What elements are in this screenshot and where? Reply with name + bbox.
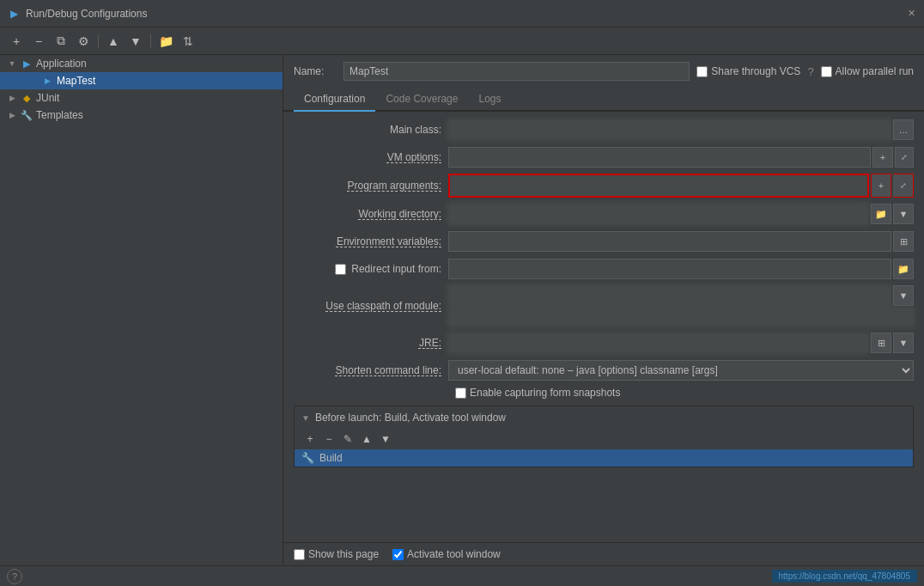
jre-row: JRE: ⊞ ▼ (294, 332, 914, 354)
main-class-input[interactable] (448, 119, 891, 140)
working-directory-row: Working directory: 📁 ▼ (294, 203, 914, 225)
before-launch-edit-button[interactable]: ✎ (339, 430, 356, 448)
env-variables-input[interactable] (448, 231, 891, 252)
shorten-cmd-select[interactable]: user-local default: none – java [options… (448, 360, 914, 381)
vm-options-expand-button[interactable]: ⤢ (895, 147, 914, 168)
tree-templates-arrow[interactable]: ▶ (7, 110, 17, 120)
close-button[interactable]: ✕ (905, 8, 917, 20)
jre-label: JRE: (294, 337, 448, 349)
classpath-module-dropdown[interactable]: ▼ (893, 285, 914, 306)
help-button[interactable]: ? (7, 569, 22, 584)
allow-parallel-label: Allow parallel run (836, 65, 914, 77)
tree-junit-group[interactable]: ▶ ◆ JUnit (0, 89, 283, 107)
before-launch-build-item[interactable]: 🔧 Build (295, 449, 913, 467)
before-launch-add-button[interactable]: + (301, 430, 319, 448)
remove-config-button[interactable]: − (29, 32, 48, 51)
titlebar: ▶ Run/Debug Configurations ✕ (0, 0, 924, 27)
build-icon: 🔧 (301, 452, 314, 464)
shorten-cmd-label: Shorten command line: (294, 364, 448, 376)
toolbar-separator (98, 34, 99, 48)
share-vcs-checkbox-label[interactable]: Share through VCS (696, 65, 800, 77)
program-arguments-expand-button[interactable]: ⤢ (893, 174, 914, 198)
main-class-label: Main class: (294, 124, 448, 136)
config-right-panel: Name: Share through VCS ? Allow parallel… (283, 55, 924, 565)
main-toolbar: + − ⧉ ⚙ ▲ ▼ 📁 ⇅ (0, 27, 924, 55)
vm-options-label: VM options: (294, 151, 448, 163)
form-snapshots-checkbox[interactable] (455, 388, 466, 399)
name-right-options: Share through VCS ? Allow parallel run (696, 65, 914, 78)
name-field-label: Name: (294, 65, 337, 77)
vm-options-input[interactable] (448, 147, 871, 168)
classpath-module-extra-input[interactable] (448, 308, 914, 327)
before-launch-toolbar: + − ✎ ▲ ▼ (295, 429, 913, 449)
main-class-browse-button[interactable]: … (893, 119, 914, 140)
before-launch-up-button[interactable]: ▲ (358, 430, 375, 448)
redirect-input-checkbox[interactable] (335, 264, 346, 275)
jre-browse-button[interactable]: ⊞ (871, 333, 891, 353)
redirect-input-row: Redirect input from: 📁 (294, 258, 914, 280)
junit-icon: ◆ (21, 92, 33, 104)
classpath-module-label: Use classpath of module: (294, 300, 448, 312)
jre-dropdown-button[interactable]: ▼ (893, 333, 914, 353)
settings-button[interactable]: ⚙ (74, 32, 93, 51)
copy-config-button[interactable]: ⧉ (52, 32, 70, 51)
jre-input[interactable] (448, 333, 869, 353)
before-launch-toggle[interactable]: ▼ (301, 413, 310, 423)
name-input[interactable] (343, 62, 690, 81)
share-vcs-label: Share through VCS (711, 65, 800, 77)
working-directory-label: Working directory: (294, 208, 448, 220)
before-launch-down-button[interactable]: ▼ (377, 430, 394, 448)
main-layout: ▼ ▶ Application ▶ MapTest ▶ ◆ JUnit ▶ 🔧 … (0, 55, 924, 565)
working-directory-dropdown-button[interactable]: ▼ (893, 204, 914, 224)
program-arguments-label: Program arguments: (294, 180, 448, 192)
tree-maptest-item[interactable]: ▶ MapTest (0, 72, 283, 89)
allow-parallel-checkbox[interactable] (821, 66, 832, 77)
sort-button[interactable]: ⇅ (179, 32, 198, 51)
folder-button[interactable]: 📁 (156, 32, 175, 51)
before-launch-remove-button[interactable]: − (320, 430, 337, 448)
show-page-checkbox[interactable] (294, 549, 305, 560)
share-vcs-checkbox[interactable] (696, 66, 708, 77)
classpath-module-row: Use classpath of module: ▼ (294, 285, 914, 327)
tab-configuration[interactable]: Configuration (294, 88, 375, 112)
tree-templates-group[interactable]: ▶ 🔧 Templates (0, 107, 283, 124)
vm-options-add-button[interactable]: + (872, 147, 893, 168)
form-snapshots-label: Enable capturing form snapshots (470, 387, 620, 399)
before-launch-header: ▼ Before launch: Build, Activate tool wi… (295, 406, 913, 429)
shorten-cmd-row: Shorten command line: user-local default… (294, 359, 914, 382)
tree-junit-arrow[interactable]: ▶ (7, 93, 17, 103)
form-snapshots-checkbox-label[interactable]: Enable capturing form snapshots (455, 387, 620, 399)
activate-tool-window-checkbox-label[interactable]: Activate tool window (392, 548, 501, 560)
classpath-module-input[interactable] (448, 285, 891, 306)
redirect-input-browse-button[interactable]: 📁 (893, 259, 914, 279)
activate-tool-window-label: Activate tool window (407, 548, 501, 560)
tab-code-coverage[interactable]: Code Coverage (375, 88, 468, 112)
tree-application-label: Application (36, 58, 87, 70)
show-page-checkbox-label[interactable]: Show this page (294, 548, 379, 560)
add-config-button[interactable]: + (7, 32, 26, 51)
redirect-input-field[interactable] (448, 259, 891, 279)
before-launch-section: ▼ Before launch: Build, Activate tool wi… (294, 406, 914, 467)
activate-tool-window-checkbox[interactable] (392, 549, 404, 560)
tree-expand-arrow[interactable]: ▼ (7, 58, 17, 69)
move-up-button[interactable]: ▲ (104, 32, 123, 51)
share-help-button[interactable]: ? (807, 65, 813, 78)
env-variables-browse-button[interactable]: ⊞ (893, 231, 914, 252)
application-icon: ▶ (21, 58, 33, 70)
working-directory-browse-button[interactable]: 📁 (871, 204, 891, 224)
program-arguments-input[interactable] (448, 174, 869, 198)
app-icon: ▶ (7, 7, 21, 21)
allow-parallel-checkbox-label[interactable]: Allow parallel run (821, 65, 914, 77)
env-variables-row: Environment variables: ⊞ (294, 230, 914, 253)
tree-application-group[interactable]: ▼ ▶ Application (0, 55, 283, 72)
tab-logs[interactable]: Logs (468, 88, 511, 112)
env-variables-label: Environment variables: (294, 235, 448, 247)
bottom-bar: ? https://blog.csdn.net/qq_47804805 (0, 565, 924, 586)
before-launch-build-label: Build (319, 452, 343, 464)
working-directory-input[interactable] (448, 204, 869, 224)
vm-options-row: VM options: + ⤢ (294, 146, 914, 168)
move-down-button[interactable]: ▼ (126, 32, 145, 51)
watermark: https://blog.csdn.net/qq_47804805 (772, 570, 917, 583)
program-arguments-add-button[interactable]: + (871, 174, 891, 198)
name-row: Name: Share through VCS ? Allow parallel… (283, 55, 924, 88)
